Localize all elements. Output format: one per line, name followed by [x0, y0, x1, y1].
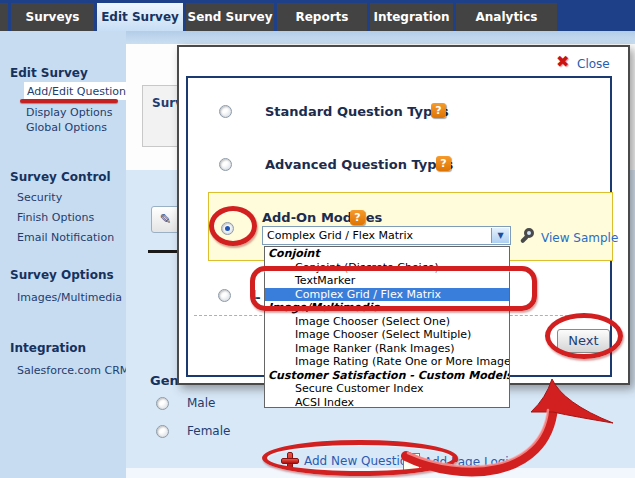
sidebar-item-global-options[interactable]: Global Options [26, 121, 107, 134]
sidebar-item-email-notification[interactable]: Email Notification [17, 231, 114, 244]
radio-female[interactable] [156, 425, 169, 438]
help-icon-standard[interactable]: ? [431, 103, 446, 118]
dropdown-item-complex-grid[interactable]: Complex Grid / Flex Matrix [265, 288, 509, 302]
select-dropdown-arrow-icon[interactable]: ▼ [491, 228, 509, 243]
add-new-question-link[interactable]: Add New Question [304, 454, 415, 468]
tab-reports[interactable]: Reports [277, 3, 370, 31]
sidebar-item-finish-options[interactable]: Finish Options [17, 211, 94, 224]
next-button[interactable]: Next [557, 329, 610, 353]
advanced-question-types-label: Advanced Question Types [265, 157, 453, 172]
tab-integration[interactable]: Integration [370, 3, 456, 31]
add-plus-icon[interactable] [281, 452, 299, 470]
tab-analytics[interactable]: Analytics [456, 3, 560, 31]
dropdown-item-image-chooser-one[interactable]: Image Chooser (Select One) [265, 315, 509, 329]
addon-module-select[interactable]: Complex Grid / Flex Matrix ▼ [262, 226, 511, 245]
edit-question-toolbar-button[interactable]: ✎ [151, 206, 180, 233]
dropdown-item-secure-customer-index[interactable]: Secure Customer Index [265, 382, 509, 396]
sidebar-section-survey-control: Survey Control [10, 170, 111, 184]
sidebar-section-survey-options: Survey Options [10, 268, 114, 282]
dropdown-item-image-chooser-multiple[interactable]: Image Chooser (Select Multiple) [265, 328, 509, 342]
dropdown-group-conjoint: Conjoint [265, 247, 509, 261]
pencil-icon: ✎ [160, 211, 172, 227]
radio-male[interactable] [156, 397, 169, 410]
radio-standard-question-types[interactable] [219, 105, 232, 118]
tab-edit-survey[interactable]: Edit Survey [97, 3, 186, 31]
help-icon-addon[interactable]: ? [350, 210, 365, 225]
dropdown-item-image-rating[interactable]: Image Rating (Rate One or More Images) [265, 355, 509, 369]
help-icon-advanced[interactable]: ? [436, 156, 451, 171]
sidebar-section-integration: Integration [10, 341, 86, 355]
close-link[interactable]: Close [577, 57, 610, 71]
sidebar-item-images-multimedia[interactable]: Images/Multimedia [17, 291, 122, 304]
standard-question-types-label: Standard Question Types [265, 104, 449, 119]
dropdown-item-textmarker[interactable]: TextMarker [265, 274, 509, 288]
radio-female-label: Female [187, 424, 230, 438]
addon-module-dropdown-list: Conjoint Conjoint (Discrete Choice) Text… [264, 246, 510, 408]
sidebar-item-security[interactable]: Security [17, 191, 62, 204]
radio-male-label: Male [187, 396, 215, 410]
tab-send-survey[interactable]: Send Survey [186, 3, 277, 31]
select-value: Complex Grid / Flex Matrix [267, 229, 413, 242]
dropdown-group-image-multimedia: Image/Multimedia [265, 301, 509, 315]
radio-advanced-question-types[interactable] [219, 158, 232, 171]
dropdown-item-image-ranker[interactable]: Image Ranker (Rank Images) [265, 342, 509, 356]
bottom-strip [126, 468, 635, 478]
sidebar-section-edit-survey: Edit Survey [10, 66, 88, 80]
page-logic-icon[interactable]: ↪ [403, 453, 420, 471]
radio-addon-modules[interactable] [221, 222, 234, 235]
toolbar-tab-underline [148, 250, 178, 253]
app-window: Surveys Edit Survey Send Survey Reports … [0, 0, 635, 478]
close-icon[interactable]: ✖ [556, 52, 569, 71]
tab-surveys[interactable]: Surveys [8, 3, 97, 31]
sidebar-item-display-options[interactable]: Display Options [26, 106, 113, 119]
radio-fourth-option[interactable] [218, 289, 231, 302]
magnifier-icon[interactable] [519, 227, 539, 247]
fourth-option-label-fragment: L [252, 287, 260, 302]
sidebar-item-salesforce-crm[interactable]: Salesforce.com CRM [17, 364, 129, 377]
add-page-logic-link[interactable]: Add Page Logic [424, 455, 515, 469]
dropdown-item-conjoint-discrete[interactable]: Conjoint (Discrete Choice) [265, 261, 509, 275]
dropdown-item-acsi-index[interactable]: ACSI Index [265, 396, 509, 410]
nav-corner-fill [560, 3, 635, 31]
dropdown-group-customer-satisfaction: Customer Satisfaction - Custom Models [265, 369, 509, 383]
view-sample-link[interactable]: View Sample [541, 231, 618, 245]
sidebar-item-add-edit-questions[interactable]: Add/Edit Questions [27, 85, 132, 98]
